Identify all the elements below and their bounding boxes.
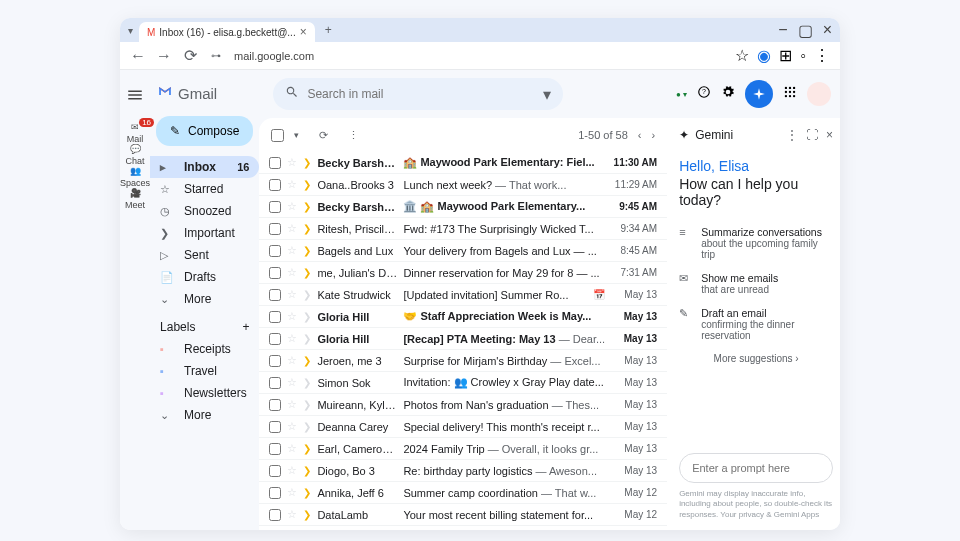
rail-chat[interactable]: 💬 Chat [120, 144, 150, 166]
row-checkbox[interactable] [269, 421, 281, 433]
email-row[interactable]: ☆ ❯ Earl, Cameron, me 4 2024 Family Trip… [259, 438, 667, 460]
folder-snoozed[interactable]: ◷ Snoozed [150, 200, 259, 222]
label-newsletters[interactable]: ▪ Newsletters [150, 382, 259, 404]
select-dropdown-icon[interactable]: ▾ [294, 130, 299, 140]
folder-starred[interactable]: ☆ Starred [150, 178, 259, 200]
star-icon[interactable]: ☆ [287, 244, 297, 257]
email-row[interactable]: ☆ ❯ Annika, Jeff 6 Summer camp coordinat… [259, 482, 667, 504]
row-checkbox[interactable] [269, 465, 281, 477]
label-travel[interactable]: ▪ Travel [150, 360, 259, 382]
row-checkbox[interactable] [269, 311, 281, 323]
search-box[interactable]: ▾ [273, 78, 563, 110]
bookmark-icon[interactable]: ☆ [735, 46, 749, 65]
add-label-icon[interactable]: + [242, 320, 249, 334]
email-row[interactable]: ☆ ❯ Muireann, Kylie, David Photos from N… [259, 394, 667, 416]
important-icon[interactable]: ❯ [303, 465, 311, 476]
panel-close-icon[interactable]: × [826, 128, 833, 142]
important-icon[interactable]: ❯ [303, 201, 311, 212]
important-icon[interactable]: ❯ [303, 509, 311, 520]
row-checkbox[interactable] [269, 399, 281, 411]
star-icon[interactable]: ☆ [287, 376, 297, 389]
help-icon[interactable]: ? [697, 85, 711, 103]
compose-button[interactable]: ✎ Compose [156, 116, 253, 146]
star-icon[interactable]: ☆ [287, 200, 297, 213]
row-checkbox[interactable] [269, 201, 281, 213]
star-icon[interactable]: ☆ [287, 398, 297, 411]
reload-icon[interactable]: ⟳ [182, 48, 198, 64]
star-icon[interactable]: ☆ [287, 508, 297, 521]
email-row[interactable]: ☆ ❯ me, Julian's Diner Dinner reservatio… [259, 262, 667, 284]
email-row[interactable]: ☆ ❯ Gloria Hill 🤝 Staff Appreciation Wee… [259, 306, 667, 328]
row-checkbox[interactable] [269, 179, 281, 191]
star-icon[interactable]: ☆ [287, 486, 297, 499]
browser-menu-icon[interactable]: ⋮ [814, 46, 830, 65]
back-icon[interactable]: ← [130, 48, 146, 64]
row-checkbox[interactable] [269, 223, 281, 235]
more-suggestions[interactable]: More suggestions › [679, 347, 833, 370]
rail-meet[interactable]: 🎥 Meet [120, 188, 150, 210]
email-row[interactable]: ☆ ❯ Diogo, Bo 3 Re: birthday party logis… [259, 460, 667, 482]
panel-menu-icon[interactable]: ⋮ [786, 128, 798, 142]
important-icon[interactable]: ❯ [303, 289, 311, 300]
row-checkbox[interactable] [269, 377, 281, 389]
gemini-button[interactable] [745, 80, 773, 108]
important-icon[interactable]: ❯ [303, 443, 311, 454]
profile-icon[interactable]: ◦ [800, 47, 806, 65]
label-more[interactable]: ⌄ More [150, 404, 259, 426]
row-checkbox[interactable] [269, 355, 281, 367]
prev-page-icon[interactable]: ‹ [638, 129, 642, 141]
rail-mail[interactable]: 16 ✉ Mail [120, 122, 150, 144]
folder-drafts[interactable]: 📄 Drafts [150, 266, 259, 288]
puzzle-icon[interactable]: ⊞ [779, 46, 792, 65]
search-input[interactable] [307, 87, 535, 101]
folder-sent[interactable]: ▷ Sent [150, 244, 259, 266]
important-icon[interactable]: ❯ [303, 377, 311, 388]
star-icon[interactable]: ☆ [287, 266, 297, 279]
row-checkbox[interactable] [269, 267, 281, 279]
row-checkbox[interactable] [269, 443, 281, 455]
url-text[interactable]: mail.google.com [234, 50, 725, 62]
row-checkbox[interactable] [269, 509, 281, 521]
suggestion-item[interactable]: ✉ Show me emails that are unread [679, 266, 833, 301]
star-icon[interactable]: ☆ [287, 442, 297, 455]
main-menu-icon[interactable] [126, 86, 144, 108]
apps-icon[interactable] [783, 85, 797, 103]
email-row[interactable]: ☆ ❯ Becky Barshow 🏫 Maywood Park Element… [259, 152, 667, 174]
close-tab-icon[interactable]: × [300, 25, 307, 39]
row-checkbox[interactable] [269, 157, 281, 169]
important-icon[interactable]: ❯ [303, 421, 311, 432]
email-row[interactable]: ☆ ❯ Bagels and Lux Your delivery from Ba… [259, 240, 667, 262]
panel-expand-icon[interactable]: ⛶ [806, 128, 818, 142]
gmail-logo[interactable]: Gmail [150, 80, 259, 112]
email-row[interactable]: ☆ ❯ Oana..Brooks 3 Lunch next week? — Th… [259, 174, 667, 196]
row-checkbox[interactable] [269, 333, 281, 345]
important-icon[interactable]: ❯ [303, 223, 311, 234]
important-icon[interactable]: ❯ [303, 399, 311, 410]
email-row[interactable]: ☆ ❯ Gloria Hill [Recap] PTA Meeting: May… [259, 328, 667, 350]
rail-spaces[interactable]: 👥 Spaces [120, 166, 150, 188]
star-icon[interactable]: ☆ [287, 310, 297, 323]
email-row[interactable]: ☆ ❯ Kate Strudwick [Updated invitation] … [259, 284, 667, 306]
settings-icon[interactable] [721, 85, 735, 103]
row-checkbox[interactable] [269, 245, 281, 257]
close-window-icon[interactable]: × [823, 21, 832, 40]
important-icon[interactable]: ❯ [303, 487, 311, 498]
important-icon[interactable]: ❯ [303, 311, 311, 322]
minimize-icon[interactable]: − [778, 21, 787, 40]
star-icon[interactable]: ☆ [287, 332, 297, 345]
folder-important[interactable]: ❯ Important [150, 222, 259, 244]
refresh-icon[interactable]: ⟳ [319, 129, 328, 142]
row-checkbox[interactable] [269, 487, 281, 499]
suggestion-item[interactable]: ✎ Draft an email confirming the dinner r… [679, 301, 833, 347]
important-icon[interactable]: ❯ [303, 267, 311, 278]
important-icon[interactable]: ❯ [303, 179, 311, 190]
row-checkbox[interactable] [269, 289, 281, 301]
account-avatar[interactable] [807, 82, 831, 106]
star-icon[interactable]: ☆ [287, 222, 297, 235]
email-row[interactable]: ☆ ❯ DataLamb Your most recent billing st… [259, 504, 667, 526]
star-icon[interactable]: ☆ [287, 156, 297, 169]
folder-inbox[interactable]: ▸ Inbox 16 [150, 156, 259, 178]
important-icon[interactable]: ❯ [303, 333, 311, 344]
star-icon[interactable]: ☆ [287, 178, 297, 191]
important-icon[interactable]: ❯ [303, 157, 311, 168]
